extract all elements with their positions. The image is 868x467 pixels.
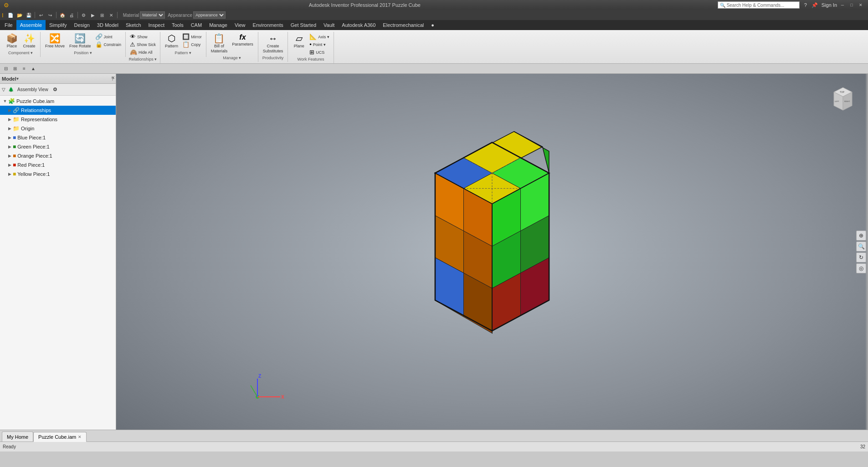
menu-getstarted[interactable]: Get Started [287, 20, 320, 30]
qa-print[interactable]: 🖨 [67, 11, 76, 19]
maximize-btn[interactable]: □ [848, 1, 855, 9]
qa-redo[interactable]: ↪ [46, 11, 54, 19]
axis-btn[interactable]: 📐 Axis ▾ [308, 33, 331, 41]
qa-close[interactable]: ✕ [107, 11, 115, 19]
tab-puzzlecube[interactable]: Puzzle Cube.iam ✕ [33, 432, 87, 442]
qa-new[interactable]: 📄 [6, 11, 15, 19]
settings-panel-icon[interactable]: ⚙ [53, 87, 57, 92]
plane-btn[interactable]: ▱ Plane [291, 33, 307, 50]
pattern-col: 🔲 Mirror 📋 Copy [181, 33, 203, 48]
menu-cam[interactable]: CAM [187, 20, 205, 30]
tree-item-yellow[interactable]: ▶ ■ Yellow Piece:1 [0, 169, 116, 179]
viewport[interactable]: (260,170) midpoint = (195,135), (390,100… [116, 74, 868, 430]
position-col: 🔗 Joint 🔒 Constrain [94, 33, 123, 48]
tree-item-red[interactable]: ▶ ■ Red Piece:1 [0, 160, 116, 169]
menu-vault[interactable]: Vault [320, 20, 338, 30]
create-btn[interactable]: ✨ Create [21, 33, 37, 50]
menu-inspect[interactable]: Inspect [145, 20, 168, 30]
qa-sep2 [56, 12, 56, 18]
ucs-btn[interactable]: ⊞ UCS [308, 48, 331, 56]
freerotate-btn[interactable]: 🔄 Free Rotate [67, 33, 93, 50]
tt-btn3[interactable]: ≡ [20, 65, 28, 73]
show-label: Show [137, 35, 148, 39]
material-dropdown[interactable]: Material [140, 11, 165, 19]
ribbon-group-manage: 📋 Bill ofMaterials fx Parameters Manage … [207, 32, 258, 62]
tab-myhome[interactable]: My Home [2, 431, 33, 441]
rt-btn1[interactable]: ⊕ [856, 231, 866, 241]
qa-home[interactable]: 🏠 [58, 11, 67, 19]
tree-item-orange[interactable]: ▶ ■ Orange Piece:1 [0, 151, 116, 160]
menu-view[interactable]: View [231, 20, 249, 30]
left-panel: Model ▾ ? ✕ ▽ 🌲 Assembly View ⚙ ▼ 🧩 Puzz… [0, 74, 116, 430]
menu-a360[interactable]: Autodesk A360 [338, 20, 379, 30]
tree-expander-relationships: ▶ [6, 108, 13, 113]
help-icon[interactable]: ? [804, 2, 807, 8]
menu-design[interactable]: Design [71, 20, 93, 30]
appearance-dropdown[interactable]: Appearance [193, 11, 226, 19]
zoom-section: 32 [860, 444, 865, 449]
menu-environments[interactable]: Environments [249, 20, 287, 30]
mirror-btn[interactable]: 🔲 Mirror [181, 33, 203, 41]
show-btn[interactable]: 👁 Show [128, 33, 157, 41]
tree-item-representations[interactable]: ▶ 📁 Representations [0, 115, 116, 124]
close-btn[interactable]: ✕ [857, 1, 864, 9]
tt-btn4[interactable]: ▲ [29, 65, 37, 73]
tree-item-blue[interactable]: ▶ ■ Blue Piece:1 [0, 133, 116, 142]
menu-assemble[interactable]: Assemble [16, 20, 46, 30]
tt-btn1[interactable]: ⊟ [2, 65, 10, 73]
pattern-btn[interactable]: ⬡ Pattern [163, 33, 180, 50]
app-icon: ⚙ [4, 2, 9, 9]
point-btn[interactable]: • Point ▾ [308, 41, 331, 48]
constrain-btn[interactable]: 🔒 Constrain [94, 41, 123, 48]
bom-btn[interactable]: 📋 Bill ofMaterials [209, 33, 230, 55]
tt-btn2[interactable]: ⊞ [11, 65, 19, 73]
menu-3dmodel[interactable]: 3D Model [93, 20, 122, 30]
pin-icon[interactable]: 📌 [812, 2, 818, 8]
menu-sketch[interactable]: Sketch [122, 20, 145, 30]
menu-extra[interactable]: ● [427, 20, 438, 30]
copy-btn[interactable]: 📋 Copy [181, 41, 203, 48]
tree-item-green[interactable]: ▶ ■ Green Piece:1 [0, 142, 116, 151]
svg-text:X: X [281, 395, 284, 400]
tab-puzzlecube-close[interactable]: ✕ [78, 435, 82, 439]
place-btn[interactable]: 📦 Place [4, 33, 20, 50]
statusbar: Ready 32 [0, 441, 868, 452]
rt-btn2[interactable]: 🔍 [856, 241, 866, 251]
tree-item-origin[interactable]: ▶ 📁 Origin [0, 124, 116, 133]
hideall-btn[interactable]: 🙈 Hide All [128, 48, 157, 56]
menu-file[interactable]: File [1, 20, 16, 30]
menu-electro[interactable]: Electromechanical [379, 20, 427, 30]
menu-simplify[interactable]: Simplify [46, 20, 71, 30]
qa-settings[interactable]: ⚙ [80, 11, 88, 19]
menu-manage[interactable]: Manage [205, 20, 231, 30]
component-buttons: 📦 Place ✨ Create [4, 33, 37, 50]
panel-dropdown-arrow[interactable]: ▾ [16, 76, 19, 81]
parameters-btn[interactable]: fx Parameters [230, 33, 255, 48]
qa-play[interactable]: ▶ [89, 11, 97, 19]
tree-icon-representations: 📁 [13, 116, 20, 123]
showsick-btn[interactable]: ⚠ Show Sick [128, 41, 157, 48]
qa-undo[interactable]: ↩ [37, 11, 45, 19]
tree-item-root[interactable]: ▼ 🧩 Puzzle Cube.iam [0, 97, 116, 106]
createsubstitutes-btn[interactable]: ↔ CreateSubstitutes [261, 33, 285, 55]
rt-btn3[interactable]: ↻ [856, 252, 866, 262]
tab-myhome-label: My Home [7, 434, 28, 440]
qa-save[interactable]: 💾 [25, 11, 33, 19]
search-input[interactable]: 🔍 Search Help & Commands... [718, 1, 800, 9]
minimize-btn[interactable]: ─ [839, 1, 846, 9]
tree-item-relationships[interactable]: ▶ 🔗 Relationships [0, 106, 116, 115]
joint-btn[interactable]: 🔗 Joint [94, 33, 123, 41]
viewport-resize-handle[interactable] [865, 74, 868, 430]
viewcube[interactable]: TOP LEFT RIGHT [827, 83, 859, 115]
qa-grid[interactable]: ⊞ [98, 11, 106, 19]
qa-open[interactable]: 📂 [15, 11, 24, 19]
signin-btn[interactable]: Sign In [822, 2, 837, 8]
panel-close-btn[interactable]: ✕ [111, 75, 115, 80]
menu-tools[interactable]: Tools [168, 20, 187, 30]
assembly-view-btn[interactable]: Assembly View [15, 85, 50, 94]
search-icon: 🔍 [720, 3, 725, 8]
tree-icon-origin: 📁 [13, 125, 20, 132]
rt-btn4[interactable]: ◎ [856, 263, 866, 273]
workfeatures-group-label: Work Features [291, 57, 331, 62]
freemove-btn[interactable]: 🔀 Free Move [43, 33, 67, 50]
